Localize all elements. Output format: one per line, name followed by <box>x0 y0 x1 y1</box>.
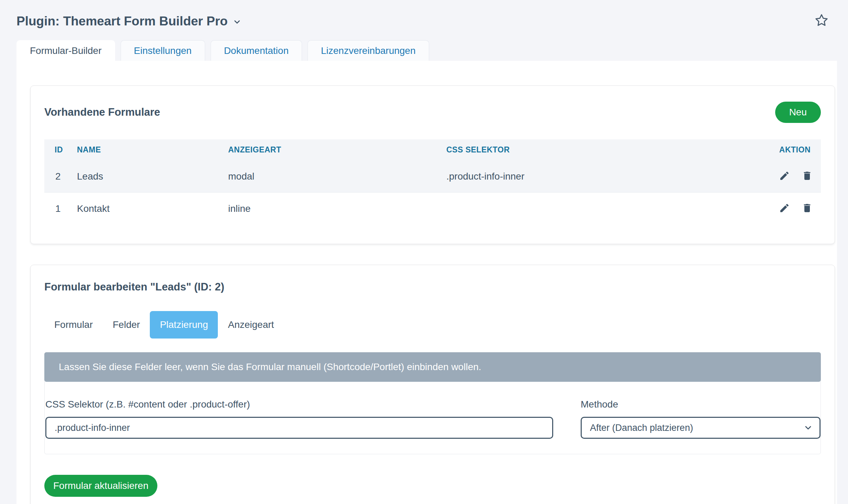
edit-card-title: Formular bearbeiten "Leads" (ID: 2) <box>44 281 821 293</box>
cell-css-selektor <box>446 193 752 225</box>
placement-fields: CSS Selektor (z.B. #content oder .produc… <box>45 382 821 454</box>
subtab-formular[interactable]: Formular <box>44 311 103 339</box>
new-form-button[interactable]: Neu <box>775 102 821 123</box>
cell-id: 2 <box>44 160 77 193</box>
subtab-felder[interactable]: Felder <box>103 311 150 339</box>
column-aktion: AKTION <box>752 139 821 160</box>
cell-css-selektor: .product-info-inner <box>446 160 752 193</box>
methode-label: Methode <box>581 399 821 410</box>
forms-card-header: Vorhandene Formulare Neu <box>44 102 821 123</box>
placement-notice: Lassen Sie diese Felder leer, wenn Sie d… <box>44 352 821 382</box>
cell-actions <box>752 160 821 193</box>
column-css-selektor: CSS SELEKTOR <box>446 139 752 160</box>
tab-formular-builder[interactable]: Formular-Builder <box>16 40 115 61</box>
methode-select[interactable]: After (Danach platzieren) <box>581 417 821 439</box>
column-anzeigeart: ANZEIGEART <box>228 139 446 160</box>
forms-table: ID NAME ANZEIGEART CSS SELEKTOR AKTION 2… <box>44 139 821 225</box>
table-row: 2 Leads modal .product-info-inner <box>44 160 821 193</box>
column-name: NAME <box>77 139 228 160</box>
methode-field-group: Methode After (Danach platzieren) <box>581 390 821 439</box>
tab-lizenzvereinbarungen[interactable]: Lizenzvereinbarungen <box>308 40 429 61</box>
table-row: 1 Kontakt inline <box>44 193 821 225</box>
css-selector-input[interactable] <box>45 417 553 439</box>
update-form-button[interactable]: Formular aktualisieren <box>44 475 157 497</box>
page-title: Plugin: Themeart Form Builder Pro <box>16 13 242 30</box>
placement-panel: Lassen Sie diese Felder leer, wenn Sie d… <box>44 352 821 454</box>
tab-dokumentation[interactable]: Dokumentation <box>211 40 302 61</box>
column-id: ID <box>44 139 77 160</box>
cell-name: Leads <box>77 160 228 193</box>
cell-id: 1 <box>44 193 77 225</box>
cell-name: Kontakt <box>77 193 228 225</box>
edit-form-card: Formular bearbeiten "Leads" (ID: 2) Form… <box>30 265 835 504</box>
css-selector-field-group: CSS Selektor (z.B. #content oder .produc… <box>45 390 553 439</box>
edit-pencil-icon[interactable] <box>779 170 790 182</box>
page-title-text: Plugin: Themeart Form Builder Pro <box>16 14 228 28</box>
favorite-star-icon[interactable] <box>814 13 829 28</box>
cell-actions <box>752 193 821 225</box>
table-header-row: ID NAME ANZEIGEART CSS SELEKTOR AKTION <box>44 139 821 160</box>
chevron-down-icon[interactable] <box>233 15 242 30</box>
cell-anzeigeart: modal <box>228 160 446 193</box>
forms-list-card: Vorhandene Formulare Neu ID NAME ANZEIGE… <box>30 85 835 244</box>
topbar: Plugin: Themeart Form Builder Pro <box>0 0 848 40</box>
subtab-platzierung[interactable]: Platzierung <box>150 311 218 339</box>
edit-subtabs: Formular Felder Platzierung Anzeigeart <box>44 311 821 339</box>
subtab-anzeigeart[interactable]: Anzeigeart <box>218 311 284 339</box>
tab-content-panel: Vorhandene Formulare Neu ID NAME ANZEIGE… <box>16 61 837 504</box>
forms-card-title: Vorhandene Formulare <box>44 106 160 118</box>
cell-anzeigeart: inline <box>228 193 446 225</box>
main-tabs: Formular-Builder Einstellungen Dokumenta… <box>16 40 848 61</box>
tab-einstellungen[interactable]: Einstellungen <box>121 40 205 61</box>
delete-trash-icon[interactable] <box>802 203 813 215</box>
edit-pencil-icon[interactable] <box>779 203 790 215</box>
delete-trash-icon[interactable] <box>802 170 813 182</box>
css-selector-label: CSS Selektor (z.B. #content oder .produc… <box>45 399 553 410</box>
